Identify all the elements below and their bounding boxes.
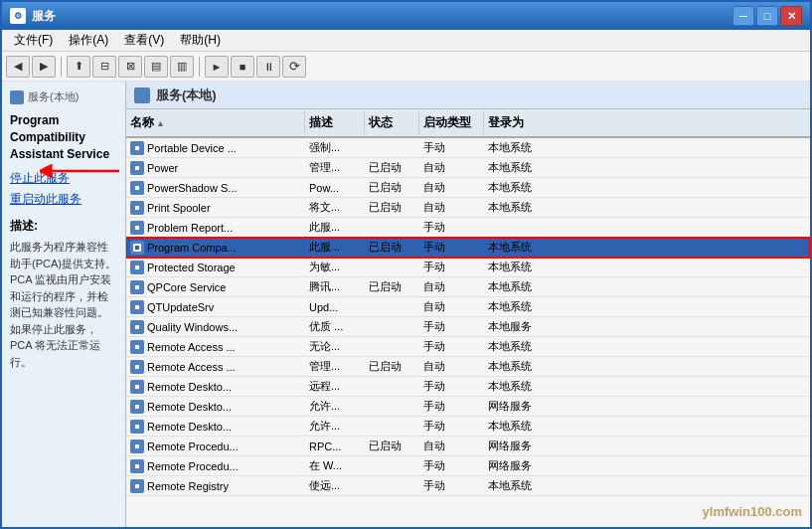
- show-hide-button[interactable]: ⊟: [92, 56, 116, 78]
- table-row[interactable]: Remote Procedu...在 W...手动网络服务: [126, 456, 810, 476]
- table-row[interactable]: PowerShadow S...Pow...已启动自动本地系统: [126, 178, 810, 198]
- table-row[interactable]: Portable Device ...强制...手动本地系统: [126, 138, 810, 158]
- table-header: 名称 ▲ 描述 状态 启动类型 登录为: [126, 109, 810, 138]
- svg-rect-8: [135, 206, 139, 210]
- service-name-cell: Remote Access ...: [126, 357, 305, 376]
- service-logon-cell: 本地系统: [484, 277, 554, 296]
- table-row[interactable]: Remote Procedu...RPC...已启动自动网络服务: [126, 437, 810, 456]
- minimize-button[interactable]: ─: [732, 6, 754, 26]
- col-desc[interactable]: 描述: [305, 111, 365, 134]
- table-row[interactable]: Remote Deskto...远程...手动本地系统: [126, 377, 810, 397]
- properties-button[interactable]: ▤: [144, 56, 168, 78]
- service-name-cell: Problem Report...: [126, 218, 305, 237]
- services-table[interactable]: 名称 ▲ 描述 状态 启动类型 登录为: [126, 109, 810, 529]
- service-icon: [130, 340, 144, 354]
- table-row[interactable]: Protected Storage为敏...手动本地系统: [126, 258, 810, 277]
- service-name-cell: Remote Access ...: [126, 337, 305, 356]
- stop-service-link[interactable]: 停止此服务: [10, 170, 117, 187]
- svg-rect-24: [135, 365, 139, 369]
- toolbar-separator-1: [61, 57, 62, 77]
- service-logon-cell: 本地系统: [484, 238, 554, 257]
- forward-button[interactable]: ▶: [32, 56, 56, 78]
- close-button[interactable]: ✕: [780, 6, 802, 26]
- service-icon: [130, 479, 144, 493]
- table-row[interactable]: Remote Deskto...允许...手动本地系统: [126, 417, 810, 437]
- table-row[interactable]: QTUpdateSrvUpd...自动本地系统: [126, 297, 810, 317]
- services-icon: [10, 90, 24, 104]
- service-status-cell: [365, 397, 419, 416]
- table-row[interactable]: Quality Windows...优质 ...手动本地服务: [126, 317, 810, 337]
- left-panel-header: 服务(本地): [10, 89, 117, 104]
- service-desc-cell: 管理...: [305, 158, 365, 177]
- menu-item[interactable]: 文件(F): [6, 30, 61, 51]
- service-icon: [130, 380, 144, 394]
- table-row[interactable]: Print Spooler将文...已启动自动本地系统: [126, 198, 810, 218]
- expand-button[interactable]: ⊠: [118, 56, 142, 78]
- service-startup-cell: 自动: [419, 158, 484, 177]
- col-startup[interactable]: 启动类型: [419, 111, 484, 134]
- svg-rect-30: [135, 425, 139, 429]
- service-logon-cell: [484, 218, 554, 237]
- service-startup-cell: 自动: [419, 277, 484, 296]
- service-icon: [130, 459, 144, 473]
- list-button[interactable]: ▥: [170, 56, 194, 78]
- service-status-cell: [365, 297, 419, 316]
- service-name-cell: Remote Deskto...: [126, 397, 305, 416]
- back-button[interactable]: ◀: [6, 56, 30, 78]
- service-logon-cell: 网络服务: [484, 456, 554, 475]
- toolbar-separator-2: [199, 57, 200, 77]
- left-panel-title: 服务(本地): [28, 89, 79, 104]
- service-status-cell: [365, 337, 419, 356]
- service-logon-cell: 网络服务: [484, 397, 554, 416]
- table-row[interactable]: Remote Access ...无论...手动本地系统: [126, 337, 810, 357]
- title-bar: ⚙ 服务 ─ □ ✕: [2, 2, 810, 30]
- restart-service-link[interactable]: 重启动此服务: [10, 191, 117, 208]
- service-startup-cell: 自动: [419, 178, 484, 197]
- service-icon: [130, 241, 144, 255]
- svg-rect-36: [135, 484, 139, 488]
- service-startup-cell: 自动: [419, 198, 484, 217]
- table-row[interactable]: Remote Registry使远...手动本地系统: [126, 476, 810, 496]
- restart-service-button[interactable]: ⟳: [282, 56, 306, 78]
- service-desc-cell: 将文...: [305, 198, 365, 217]
- start-service-button[interactable]: ►: [205, 56, 229, 78]
- svg-rect-6: [135, 186, 139, 190]
- stop-service-button[interactable]: ■: [231, 56, 254, 78]
- service-startup-cell: 自动: [419, 357, 484, 376]
- service-status-cell: [365, 317, 419, 336]
- menu-item[interactable]: 帮助(H): [172, 30, 229, 51]
- service-logon-cell: 本地系统: [484, 476, 554, 495]
- table-row[interactable]: Remote Deskto...允许...手动网络服务: [126, 397, 810, 417]
- right-panel: 服务(本地) 名称 ▲ 描述 状态: [126, 82, 810, 529]
- service-name-cell: Quality Windows...: [126, 317, 305, 336]
- service-status-cell: 已启动: [365, 198, 419, 217]
- table-row[interactable]: Problem Report...此服...手动: [126, 218, 810, 238]
- table-row[interactable]: Program Compa...此服...已启动手动本地系统: [126, 238, 810, 258]
- service-logon-cell: 本地系统: [484, 337, 554, 356]
- table-row[interactable]: Power管理...已启动自动本地系统: [126, 158, 810, 178]
- service-status-cell: 已启动: [365, 437, 419, 455]
- svg-rect-20: [135, 325, 139, 329]
- service-desc-cell: 无论...: [305, 337, 365, 356]
- service-desc-cell: Upd...: [305, 297, 365, 316]
- col-logon[interactable]: 登录为: [484, 111, 554, 134]
- service-startup-cell: 自动: [419, 297, 484, 316]
- service-startup-cell: 手动: [419, 456, 484, 475]
- svg-rect-28: [135, 405, 139, 409]
- arrow-area: 停止此服务 重启动此服务: [10, 170, 117, 208]
- menu-item[interactable]: 操作(A): [61, 30, 116, 51]
- up-button[interactable]: ⬆: [67, 56, 90, 78]
- maximize-button[interactable]: □: [756, 6, 778, 26]
- col-status[interactable]: 状态: [365, 111, 419, 134]
- menu-item[interactable]: 查看(V): [116, 30, 172, 51]
- pause-service-button[interactable]: ⏸: [256, 56, 280, 78]
- service-desc-cell: 强制...: [305, 138, 365, 157]
- left-panel: 服务(本地) Program Compatibility Assistant S…: [2, 82, 126, 529]
- table-row[interactable]: Remote Access ...管理...已启动自动本地系统: [126, 357, 810, 377]
- svg-rect-34: [135, 464, 139, 468]
- service-icon: [130, 141, 144, 155]
- service-startup-cell: 手动: [419, 317, 484, 336]
- table-row[interactable]: QPCore Service腾讯...已启动自动本地系统: [126, 277, 810, 297]
- service-startup-cell: 手动: [419, 417, 484, 436]
- col-name[interactable]: 名称 ▲: [126, 111, 305, 134]
